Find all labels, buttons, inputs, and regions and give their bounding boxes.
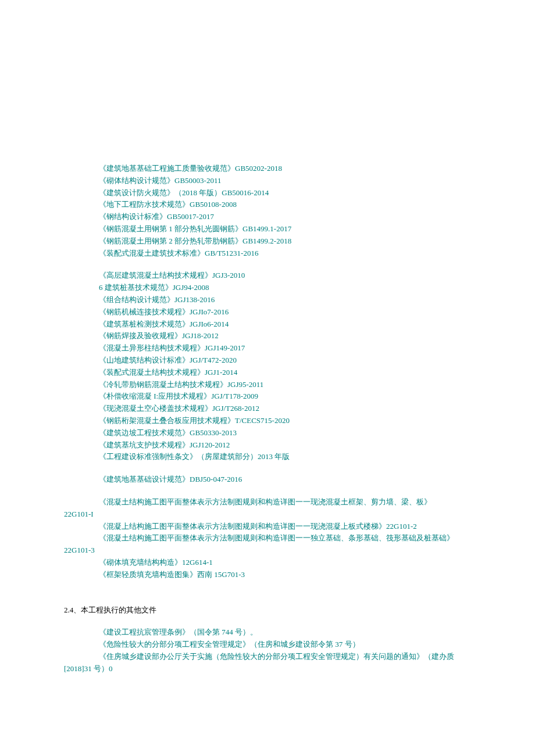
- standard-item: 《混凝上结构施工图平面整体表示方法制图规则和构造详图一一现浇混凝上板式楼梯》22…: [64, 521, 471, 533]
- other-doc-item: 《建设工程抗宸管理条例》（国令第 744 号）。: [64, 626, 471, 639]
- other-documents-group: 《建设工程抗宸管理条例》（国令第 744 号）。 《危险性较大的分部分项工程安全…: [64, 626, 471, 675]
- standard-item: 《框架轻质填充墙构造图集》西南 15G701-3: [64, 569, 471, 581]
- standard-item: 《砌体填充墙结构构造》12G614-1: [64, 557, 471, 569]
- standard-item: 《混凝土结构施工图平面整体表示方法制图规则和构造详图一一独立基础、条形基础、筏形…: [64, 532, 471, 544]
- standard-item: 《混凝土异形柱结构技术规程》JGJ149-2017: [64, 342, 471, 354]
- standard-item: 《建筑基坑支护技术规程》JGJ120-2012: [64, 439, 471, 452]
- standards-group-4: 《混凝土结构施工图平面整体表示方法制图规则和构造详图一一现浇混凝土框架、剪力墙、…: [64, 496, 471, 581]
- standard-item: 《工程建设标准强制性条文》（房屋建筑部分）2013 年版: [64, 451, 471, 463]
- standard-item: 《钢结构设计标准》GB50017-2017: [64, 211, 471, 223]
- standard-item: 《钢筋焊接及验收规程》JGJ18-2012: [64, 330, 471, 342]
- standard-item: 《建筑边坡工程技术规范》GB50330-2013: [64, 427, 471, 439]
- standard-item: 《山地建筑结构设计标准》JGJ/T472-2020: [64, 354, 471, 367]
- standard-item-continuation: 22G101-3: [64, 544, 471, 557]
- standard-item: 《建筑地基基础设计规范》DBJ50-047-2016: [64, 474, 471, 486]
- standard-item: 《装配式混凝土建筑技术标准》GB/T51231-2016: [64, 248, 471, 260]
- standard-item: 《钢筋混凝土用钢第 2 部分热轧带肋钢筋》GB1499.2-2018: [64, 235, 471, 248]
- other-doc-item-continuation: [2018]31 号）0: [64, 663, 471, 675]
- standards-group-2: 《高层建筑混凝土结构技术规程》JGJ3-2010 6 建筑桩基技术规范》JGJ9…: [64, 270, 471, 463]
- standard-item: 《高层建筑混凝土结构技术规程》JGJ3-2010: [64, 270, 471, 282]
- standards-group-3: 《建筑地基基础设计规范》DBJ50-047-2016: [64, 474, 471, 486]
- standard-item: 《钢筋桁架混凝土叠合板应用技术规程》T/CECS715-2020: [64, 415, 471, 427]
- standard-item: 《建筑基桩检测技术规范》JGJIo6-2014: [64, 318, 471, 331]
- standard-item: 《混凝土结构施工图平面整体表示方法制图规则和构造详图一一现浇混凝土框架、剪力墙、…: [64, 496, 471, 508]
- standard-item: 《现浇混凝土空心楼盖技术规程》JGJ/T268-2012: [64, 403, 471, 415]
- standard-item: 《钢筋混凝土用钢第 1 部分热轧光圆钢筋》GB1499.1-2017: [64, 223, 471, 235]
- standard-item: 《钢筋机械连接技术规程》JGJIo7-2016: [64, 306, 471, 318]
- standard-item: 《装配式混凝土结构技术规程》JGJ1-2014: [64, 367, 471, 379]
- other-doc-item: 《住房城乡建设部办公厅关于实施（危险性较大的分部分项工程安全管理规定）有关问题的…: [64, 651, 471, 663]
- standard-item: 《建筑地基基础工程施工质量验收规范》GB50202-2018: [64, 163, 471, 175]
- standard-item: 6 建筑桩基技术规范》JGJ94-2008: [64, 282, 471, 294]
- standards-group-1: 《建筑地基基础工程施工质量验收规范》GB50202-2018 《砌体结构设计规范…: [64, 163, 471, 259]
- standard-item-continuation: 22G101-I: [64, 508, 471, 521]
- standard-item: 《砌体结构设计规范》GB50003-2011: [64, 175, 471, 187]
- standard-item: 《冷轧带肋钢筋混凝土结构技术规程》JGJ95-2011: [64, 379, 471, 391]
- standard-item: 《建筑设计防火规范》（2018 年版）GB50016-2014: [64, 187, 471, 199]
- standard-item: 《组合结构设计规范》JGJ138-2016: [64, 294, 471, 306]
- other-doc-item: 《危险性较大的分部分项工程安全管理规定》（住房和城乡建设部令第 37 号）: [64, 639, 471, 651]
- standard-item: 《地下工程防水技术规范》GB50108-2008: [64, 199, 471, 211]
- section-heading: 2.4、本工程执行的其他文件: [64, 604, 471, 617]
- standard-item: 《朴偿收缩混凝 I:应用技术规程》JGJ/T178-2009: [64, 390, 471, 403]
